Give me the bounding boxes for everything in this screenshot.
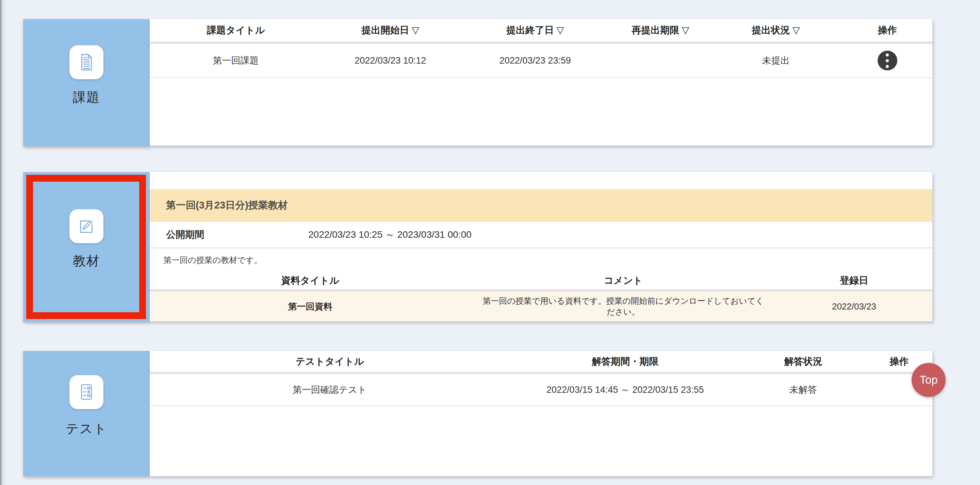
assignments-table-header: 課題タイトル 提出開始日 ▽ 提出終了日 ▽ 再提出期限 ▽ 提出状況 ▽ 操作 xyxy=(150,19,932,41)
sidebar-tile-assignments-label: 課題 xyxy=(73,89,100,106)
test-row[interactable]: 第一回確認テスト 2022/03/15 14:45 ～ 2022/03/15 2… xyxy=(150,374,932,405)
col-header-material-date: 登録日 xyxy=(776,274,932,287)
assignment-start-date: 2022/03/23 10:12 xyxy=(322,56,459,66)
material-date: 2022/03/23 xyxy=(776,301,932,312)
materials-panel: 第一回(3月23日分)授業教材 公開期間 2022/03/23 10:25 ～ … xyxy=(150,172,932,321)
assignment-title[interactable]: 第一回課題 xyxy=(150,54,322,67)
sidebar-tile-assignments[interactable]: 課題 xyxy=(23,19,150,146)
tests-table-header: テストタイトル 解答期間・期限 解答状況 操作 xyxy=(150,351,932,372)
quiz-icon xyxy=(76,382,96,402)
assignments-panel: 課題タイトル 提出開始日 ▽ 提出終了日 ▽ 再提出期限 ▽ 提出状況 ▽ 操作… xyxy=(150,19,932,146)
col-header-assignment-title: 課題タイトル xyxy=(150,24,322,37)
kebab-menu-button[interactable] xyxy=(878,51,897,70)
test-title[interactable]: 第一回確認テスト xyxy=(150,384,510,396)
materials-panel-spacer xyxy=(150,172,932,189)
document-icon xyxy=(76,52,96,72)
assignment-status: 未提出 xyxy=(710,54,843,67)
sidebar-tile-tests-label: テスト xyxy=(66,420,108,437)
tests-panel: テストタイトル 解答期間・期限 解答状況 操作 第一回確認テスト 2022/03… xyxy=(150,351,932,476)
material-comment: 第一回の授業で用いる資料です。授業の開始前にダウンロードしておいてください。 xyxy=(471,296,776,317)
assignment-row[interactable]: 第一回課題 2022/03/23 10:12 2022/03/23 23:59 … xyxy=(150,44,932,77)
col-header-actions: 操作 xyxy=(843,24,933,37)
material-title[interactable]: 第一回資料 xyxy=(150,301,471,313)
sidebar-tile-materials-label: 教材 xyxy=(73,252,100,270)
scroll-to-top-label: Top xyxy=(920,374,937,386)
edit-icon xyxy=(76,216,96,236)
kebab-dot xyxy=(886,65,889,68)
material-unit-title-band: 第一回(3月23日分)授業教材 xyxy=(150,189,932,222)
assignment-end-date: 2022/03/23 23:59 xyxy=(459,56,612,66)
scroll-to-top-button[interactable]: Top xyxy=(912,363,946,397)
kebab-dot xyxy=(886,53,889,56)
header-divider xyxy=(150,372,932,374)
material-row[interactable]: 第一回資料 第一回の授業で用いる資料です。授業の開始前にダウンロードしておいてく… xyxy=(150,291,932,321)
materials-table-header: 資料タイトル コメント 登録日 xyxy=(150,272,932,289)
col-header-submit-status-sort[interactable]: 提出状況 ▽ xyxy=(710,24,843,37)
test-status: 未解答 xyxy=(741,384,866,396)
publish-period-label: 公開期間 xyxy=(166,228,308,241)
test-period: 2022/03/15 14:45 ～ 2022/03/15 23:55 xyxy=(510,384,741,396)
window-left-edge-fade xyxy=(2,0,7,485)
sidebar-tile-tests[interactable]: テスト xyxy=(23,351,150,476)
header-divider xyxy=(150,41,932,44)
assignment-icon-card xyxy=(69,45,103,79)
material-unit-title: 第一回(3月23日分)授業教材 xyxy=(166,199,288,212)
col-header-material-title: 資料タイトル xyxy=(150,274,471,287)
col-header-answer-status: 解答状況 xyxy=(741,355,866,368)
material-description: 第一回の授業の教材です。 xyxy=(150,248,932,272)
row-divider xyxy=(150,77,932,78)
materials-icon-card xyxy=(69,209,103,243)
tests-icon-card xyxy=(69,375,103,409)
col-header-submit-end-sort[interactable]: 提出終了日 ▽ xyxy=(459,24,612,37)
publish-period-value: 2022/03/23 10:25 ～ 2023/03/31 00:00 xyxy=(308,228,472,241)
col-header-resubmit-deadline-sort[interactable]: 再提出期限 ▽ xyxy=(611,24,710,37)
row-divider xyxy=(150,405,932,406)
course-content-page: 課題 課題タイトル 提出開始日 ▽ 提出終了日 ▽ 再提出期限 ▽ 提出状況 ▽… xyxy=(0,0,980,485)
col-header-answer-period: 解答期間・期限 xyxy=(510,355,741,368)
material-publish-period-row: 公開期間 2022/03/23 10:25 ～ 2023/03/31 00:00 xyxy=(150,222,932,248)
col-header-submit-start-sort[interactable]: 提出開始日 ▽ xyxy=(322,24,459,37)
col-header-test-title: テストタイトル xyxy=(150,355,510,368)
sidebar-tile-materials[interactable]: 教材 xyxy=(23,172,150,322)
col-header-material-comment: コメント xyxy=(471,274,776,287)
kebab-dot xyxy=(886,59,889,62)
